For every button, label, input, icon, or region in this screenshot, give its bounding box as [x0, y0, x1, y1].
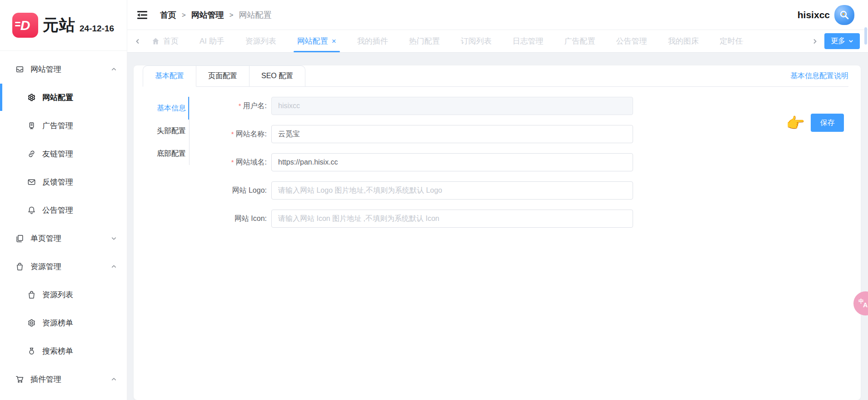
config-card: 基本配置 页面配置 SEO 配置 基本信息配置说明 基本信息 头部配置 底部配置… — [134, 65, 861, 400]
brand-version: 24-12-16 — [80, 24, 114, 34]
breadcrumb: 首页 > 网站管理 > 网站配置 — [160, 10, 272, 20]
sidebar-item-feedback[interactable]: 反馈管理 — [0, 168, 127, 196]
chevron-left-icon[interactable] — [135, 38, 141, 45]
sidebar-item-site-config[interactable]: 网站配置 — [0, 83, 127, 111]
basic-info-form: *用户名: *网站名称: *网站域名: 网站 Logo: — [200, 97, 633, 238]
chevron-up-icon — [111, 66, 117, 72]
sidebar-item-ad-management[interactable]: 广告管理 — [0, 111, 127, 140]
avatar[interactable] — [834, 5, 854, 25]
breadcrumb-separator: > — [229, 11, 234, 19]
scrollbar-thumb[interactable] — [864, 27, 867, 45]
breadcrumb-site-management[interactable]: 网站管理 — [191, 10, 224, 20]
username: hisixcc — [798, 10, 830, 20]
chevron-up-icon — [111, 376, 117, 382]
field-label: 用户名: — [243, 102, 267, 110]
sidebar-menu: 网站管理 网站配置 广告管理 友链管理 反馈管理 公告管理 — [0, 51, 127, 393]
collapse-sidebar-icon[interactable] — [136, 9, 148, 21]
sidebar-item-resource-management[interactable]: 资源管理 — [0, 252, 127, 280]
gear-icon — [27, 93, 36, 102]
sidebar-item-label: 网站配置 — [42, 92, 73, 103]
form-row-site-domain: *网站域名: — [200, 153, 633, 171]
card-tabs: 基本配置 页面配置 SEO 配置 基本信息配置说明 — [143, 65, 848, 87]
sidebar-item-search-ranking[interactable]: 搜索榜单 — [0, 337, 127, 365]
card-tab-basic-config[interactable]: 基本配置 — [143, 65, 196, 87]
sidebar-item-label: 资源管理 — [30, 261, 61, 272]
bell-icon — [27, 206, 36, 215]
tab-log-management[interactable]: 日志管理 — [513, 30, 544, 52]
card-body: 基本信息 头部配置 底部配置 *用户名: *网站名称: — [134, 87, 861, 238]
link-icon — [27, 150, 36, 158]
content-area: 基本配置 页面配置 SEO 配置 基本信息配置说明 基本信息 头部配置 底部配置… — [127, 53, 868, 400]
sidebar-item-site-management[interactable]: 网站管理 — [0, 55, 127, 83]
site-name-input[interactable] — [271, 125, 633, 143]
tab-site-config[interactable]: 网站配置 × — [297, 30, 336, 52]
sidebar-item-label: 网站管理 — [30, 64, 61, 75]
main-column: 首页 > 网站管理 > 网站配置 hisixcc 首页 AI 助手 — [127, 0, 868, 400]
chevron-up-icon — [111, 264, 117, 270]
sidebar-item-resource-list[interactable]: 资源列表 — [0, 280, 127, 309]
more-button[interactable]: 更多 — [824, 33, 860, 49]
tab-my-plugins[interactable]: 我的插件 — [357, 30, 388, 52]
site-domain-input[interactable] — [271, 153, 633, 171]
field-label: 网站 Icon: — [234, 215, 267, 222]
sidebar-item-label: 插件管理 — [30, 374, 61, 385]
sidebar-item-label: 广告管理 — [42, 120, 73, 131]
site-logo-input[interactable] — [271, 181, 633, 200]
required-asterisk: * — [231, 158, 234, 166]
tab-hot-config[interactable]: 热门配置 — [409, 30, 440, 52]
tabs-list: 首页 AI 助手 资源列表 网站配置 × 我的插件 热门配置 订阅列表 日志管理… — [152, 30, 812, 52]
form-row-site-name: *网站名称: — [200, 125, 633, 143]
breadcrumb-separator: > — [182, 11, 186, 19]
mail-icon — [27, 178, 36, 186]
subnav-basic-info[interactable]: 基本信息 — [157, 97, 189, 120]
required-asterisk: * — [231, 130, 234, 138]
username-input[interactable] — [271, 97, 633, 115]
home-icon — [152, 37, 160, 45]
save-button[interactable]: 保存 — [811, 114, 844, 132]
card-tab-seo-config[interactable]: SEO 配置 — [249, 65, 305, 87]
sidebar-item-label: 资源榜单 — [42, 318, 73, 328]
required-asterisk: * — [239, 102, 241, 110]
field-label: 网站域名: — [236, 158, 267, 166]
shopping-bag-icon — [15, 262, 24, 271]
sidebar-item-label: 单页管理 — [30, 233, 61, 244]
sidebar-item-label: 公告管理 — [42, 205, 73, 215]
breadcrumb-current: 网站配置 — [239, 10, 272, 20]
sidebar-item-plugin-management[interactable]: 插件管理 — [0, 365, 127, 393]
pointing-hand-icon: 👉 — [786, 115, 805, 130]
tags-view-bar: 首页 AI 助手 资源列表 网站配置 × 我的插件 热门配置 订阅列表 日志管理… — [127, 30, 868, 53]
sidebar-item-label: 反馈管理 — [42, 177, 73, 187]
sidebar: D 元站 24-12-16 网站管理 网站配置 广告管理 友链管理 — [0, 0, 127, 400]
sidebar-item-friend-links[interactable]: 友链管理 — [0, 140, 127, 168]
tab-home[interactable]: 首页 — [152, 30, 179, 52]
tab-ad-config[interactable]: 广告配置 — [564, 30, 595, 52]
sidebar-item-label: 搜索榜单 — [42, 346, 73, 356]
header-right: hisixcc — [798, 5, 854, 25]
subnav-footer-config[interactable]: 底部配置 — [157, 142, 189, 165]
brand-name: 元站 — [43, 15, 75, 36]
caret-down-icon — [848, 39, 853, 44]
sidebar-item-resource-ranking[interactable]: 资源榜单 — [0, 309, 127, 337]
chevron-right-icon[interactable] — [812, 38, 818, 45]
tab-my-image-host[interactable]: 我的图床 — [668, 30, 699, 52]
field-label: 网站 Logo: — [232, 186, 267, 194]
tab-announcement-management[interactable]: 公告管理 — [616, 30, 647, 52]
sidebar-item-announcements[interactable]: 公告管理 — [0, 196, 127, 224]
breadcrumb-home[interactable]: 首页 — [160, 10, 176, 20]
tab-scheduled-tasks[interactable]: 定时任务 — [720, 30, 743, 52]
shopping-bag-icon — [27, 290, 36, 299]
sidebar-item-single-pages[interactable]: 单页管理 — [0, 224, 127, 252]
tab-subscription-list[interactable]: 订阅列表 — [461, 30, 492, 52]
shopping-cart-icon — [15, 375, 24, 384]
site-icon-input[interactable] — [271, 210, 633, 228]
sidebar-item-label: 友链管理 — [42, 149, 73, 159]
basic-info-help-link[interactable]: 基本信息配置说明 — [790, 71, 848, 81]
field-label: 网站名称: — [236, 130, 267, 138]
tab-ai-assistant[interactable]: AI 助手 — [200, 30, 224, 52]
copy-document-icon — [15, 234, 24, 243]
tab-resource-list[interactable]: 资源列表 — [245, 30, 276, 52]
card-tab-page-config[interactable]: 页面配置 — [196, 65, 249, 87]
close-icon[interactable]: × — [332, 37, 336, 46]
inbox-icon — [15, 65, 24, 74]
subnav-header-config[interactable]: 头部配置 — [157, 120, 189, 142]
